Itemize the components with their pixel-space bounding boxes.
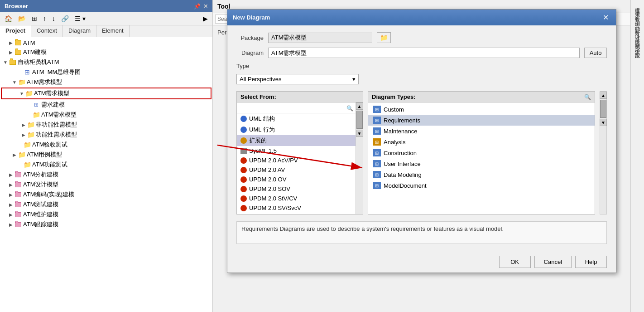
folder-icon-atm-usecase: 📁 [18, 151, 25, 158]
browser-panel: Browser 📌 ✕ 🏠 📂 ⊞ ↑ ↓ 🔗 ☰ ▾ ▶ Project Co… [0, 0, 213, 312]
tree-item-atm-cabinet[interactable]: ▼ 自动柜员机ATM [0, 57, 212, 67]
tree-item-atm-code[interactable]: ▶ ATM编码(实现)建模 [0, 190, 212, 200]
menu-button[interactable]: ☰ ▾ [72, 14, 88, 24]
help-button[interactable]: Help [575, 256, 607, 268]
tree-item-atm-req-sub[interactable]: ▶ 📁 ATM需求模型 [0, 110, 212, 120]
extended-icon [240, 137, 247, 144]
tree-item-atm-maint[interactable]: ▶ ATM维护建模 [0, 210, 212, 219]
tree-label-req-build: 需求建模 [41, 101, 65, 109]
tree-item-non-func[interactable]: ▶ 📁 非功能性需模型 [0, 120, 212, 130]
tab-project[interactable]: Project [0, 25, 31, 37]
tab-diagram[interactable]: Diagram [63, 25, 96, 37]
folder-icon-func-req: 📁 [27, 131, 34, 138]
grid-button[interactable]: ⊞ [29, 14, 39, 24]
dtype-analysis[interactable]: ⊞ Analysis [368, 136, 595, 147]
dialog-close-button[interactable]: ✕ [601, 13, 610, 22]
perspective-dropdown[interactable]: All Perspectives ▾ [236, 74, 359, 84]
select-from-item-uml-behavior[interactable]: UML 行为 [237, 124, 356, 135]
select-from-item-uml-struct[interactable]: UML 结构 [237, 113, 356, 124]
dtype-data-modeling[interactable]: ⊞ Data Modeling [368, 169, 595, 180]
dtype-scroll-thumb[interactable] [600, 100, 606, 118]
dtype-custom[interactable]: ⊞ Custom [368, 104, 595, 115]
dtype-user-interface[interactable]: ⊞ User Interface [368, 158, 595, 169]
tree-item-func-req[interactable]: ▶ 📁 功能性需求模型 [0, 130, 212, 140]
diagram-types-search-icon[interactable]: 🔍 [584, 94, 591, 100]
right-sidebar: 建模 需求 验收 用例 功能 分析 设计 建模 测试 维护 跟踪 [630, 0, 644, 312]
close-icon[interactable]: ✕ [203, 3, 208, 10]
tree-label-atm-usecase: ATM用例模型 [27, 151, 62, 159]
package-input[interactable] [268, 33, 372, 43]
cancel-button[interactable]: Cancel [534, 256, 572, 268]
tree-item-atm-mm[interactable]: ▶ ⊞ ATM_MM思维导图 [0, 67, 212, 77]
tree-item-atm-usecase[interactable]: ▶ 📁 ATM用例模型 [0, 150, 212, 160]
tree-arrow-non-func: ▶ [20, 121, 27, 128]
select-from-item-updm-svsvcv[interactable]: UPDM 2.0 SV/SvcV [237, 203, 356, 213]
select-from-item-updm-av[interactable]: UPDM 2.0 AV [237, 165, 356, 175]
select-from-scrollbar[interactable]: ▲ ▼ [356, 102, 363, 214]
tree-item-atm-build[interactable]: ▶ ATM建模 [0, 47, 212, 57]
tree-item-atm-trace[interactable]: ▶ ATM跟踪建模 [0, 219, 212, 229]
package-label: Package [236, 34, 264, 41]
uml-behavior-label: UML 行为 [249, 126, 275, 134]
diagram-name-input[interactable] [268, 48, 580, 58]
dtype-requirements-icon: ⊞ [373, 117, 381, 124]
dtype-scroll-down-btn[interactable]: ▼ [600, 119, 607, 126]
tab-context[interactable]: Context [31, 25, 63, 37]
tree-item-atm-test[interactable]: ▶ ATM测试建模 [0, 200, 212, 210]
expand-right-button[interactable]: ▶ [201, 14, 210, 24]
dtype-custom-label: Custom [384, 106, 404, 113]
package-icon-atm-code [14, 191, 22, 198]
scroll-thumb[interactable] [356, 111, 363, 129]
tree-item-atm[interactable]: ▶ ATM [0, 38, 212, 47]
tab-element[interactable]: Element [96, 25, 130, 37]
select-from-search-icon: 🔍 [346, 105, 353, 112]
tree-label-atm-test: ATM测试建模 [23, 200, 58, 209]
select-from-item-extended[interactable]: 扩展的 [237, 135, 356, 146]
uml-struct-icon [240, 116, 247, 122]
dtype-requirements[interactable]: ⊞ Requirements [368, 115, 595, 126]
pin-icon[interactable]: 📌 [194, 3, 201, 10]
dtype-maintenance[interactable]: ⊞ Maintenance [368, 126, 595, 136]
select-from-item-updm-acvpv[interactable]: UPDM 2.0 AcV/PV [237, 156, 356, 165]
uml-struct-label: UML 结构 [249, 115, 275, 123]
select-from-item-updm-sov[interactable]: UPDM 2.0 SOV [237, 184, 356, 194]
sidebar-item-5: 功能 [633, 20, 642, 24]
tree-label-atm-func-test: ATM功能测试 [32, 161, 67, 169]
tree-label-atm-mm: ATM_MM思维导图 [32, 68, 81, 76]
tree-item-atm-design[interactable]: ▶ ATM设计模型 [0, 180, 212, 190]
dtype-scroll-up-btn[interactable]: ▲ [600, 92, 607, 99]
scroll-up-btn[interactable]: ▲ [356, 102, 363, 110]
tree-label-atm-code: ATM编码(实现)建模 [23, 190, 74, 199]
ok-button[interactable]: OK [499, 256, 531, 268]
updm-acvpv-label: UPDM 2.0 AcV/PV [249, 157, 298, 164]
package-icon-atm-cabinet [9, 58, 16, 66]
dtype-maintenance-label: Maintenance [384, 128, 417, 135]
package-browse-button[interactable]: 📁 [377, 32, 391, 43]
select-from-item-updm-stvcv[interactable]: UPDM 2.0 StV/CV [237, 194, 356, 203]
tree-item-atm-accept[interactable]: ▶ 📁 ATM验收测试 [0, 140, 212, 150]
diagram-types-panel: Diagram Types: 🔍 ⊞ Custom ⊞ [368, 91, 595, 214]
tree-item-atm-req-model-item[interactable]: ▼ 📁 ATM需求模型 [1, 88, 211, 99]
diagram-types-scrollbar[interactable]: ▲ ▼ [600, 91, 607, 214]
arrow-up-button[interactable]: ↑ [41, 14, 48, 24]
auto-button[interactable]: Auto [584, 48, 607, 58]
dialog-overlay: New Diagram ✕ Package 📁 Diagram Auto [213, 0, 630, 312]
scroll-down-btn[interactable]: ▼ [356, 130, 363, 137]
dtype-construction[interactable]: ⊞ Construction [368, 147, 595, 158]
tree-item-atm-req-model-folder[interactable]: ▼ 📁 ATM需求模型 [0, 77, 212, 87]
nav-up-button[interactable]: 🏠 [2, 14, 14, 24]
tree-arrow-atm-design: ▶ [7, 181, 14, 188]
select-from-item-updm-ov[interactable]: UPDM 2.0 OV [237, 175, 356, 184]
dtype-modeldocument[interactable]: ⊞ ModelDocument [368, 180, 595, 191]
link-button[interactable]: 🔗 [59, 14, 71, 24]
dtype-analysis-label: Analysis [384, 139, 405, 146]
tree-item-atm-func-test[interactable]: ▶ 📁 ATM功能测试 [0, 160, 212, 170]
nav-folder-button[interactable]: 📂 [16, 14, 28, 24]
diagram-types-header: Diagram Types: 🔍 [368, 92, 595, 102]
tree-item-atm-analysis[interactable]: ▶ ATM分析建模 [0, 170, 212, 180]
arrow-down-button[interactable]: ↓ [50, 14, 58, 24]
select-from-item-sysml[interactable]: SysML 1.5 [237, 146, 356, 156]
tree-item-req-build[interactable]: ▶ ⊞ 需求建模 [0, 100, 212, 110]
dtype-data-label: Data Modeling [384, 171, 422, 178]
updm-svsvcv-label: UPDM 2.0 SV/SvcV [249, 205, 301, 211]
